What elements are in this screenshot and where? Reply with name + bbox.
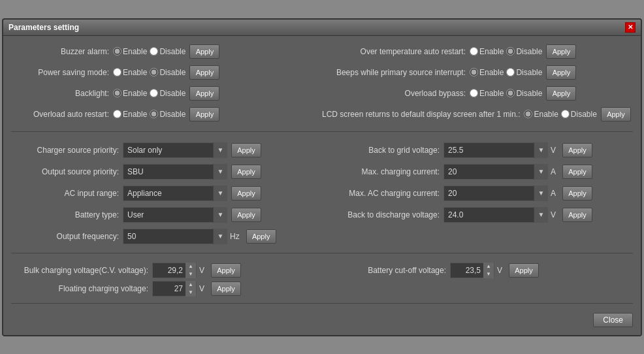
select-output_freq[interactable]: 5060 — [123, 229, 227, 244]
unit-bulk_charging: V — [199, 266, 204, 275]
spinbox-down-bulk_charging[interactable]: ▼ — [185, 270, 196, 278]
apply-btn-max_charge_current[interactable]: Apply — [562, 165, 592, 179]
radio-backlight-enable[interactable] — [113, 89, 121, 97]
top-row-1: Power saving mode:EnableDisableApplyBeep… — [11, 63, 633, 82]
top-row-3: Overload auto restart:EnableDisableApply… — [11, 105, 633, 123]
apply-btn-power_saving[interactable]: Apply — [189, 65, 219, 80]
spinbox-battery_cutoff[interactable] — [451, 266, 483, 275]
close-button[interactable]: Close — [593, 313, 633, 327]
radio-buzzer_alarm-enable[interactable] — [113, 47, 121, 56]
label-beeps_primary: Beeps while primary source interrupt: — [322, 68, 466, 77]
apply-btn-output_freq[interactable]: Apply — [246, 229, 276, 244]
radio-beeps_primary-disable[interactable] — [506, 68, 515, 76]
spinbox-bulk_charging[interactable] — [153, 266, 185, 275]
radio-lcd_default-enable[interactable] — [524, 110, 532, 118]
label-buzzer_alarm: Buzzer alarm: — [11, 47, 109, 56]
radio-overload_restart-enable[interactable] — [113, 110, 121, 118]
radio-group-beeps_primary: EnableDisable — [470, 68, 542, 77]
close-icon-titlebar[interactable]: ✕ — [625, 22, 636, 33]
apply-btn-max_ac_charge[interactable]: Apply — [562, 186, 592, 201]
parameters-window: Parameters setting ✕ Buzzer alarm:Enable… — [2, 18, 642, 336]
bottom-split-row-0: Bulk charging voltage(C.V. voltage):▲▼VA… — [11, 263, 633, 278]
select-ac_input[interactable]: ApplianceUPS — [123, 185, 227, 201]
label-lcd_default: LCD screen returns to default display sc… — [322, 110, 520, 119]
apply-btn-floating_charging[interactable]: Apply — [211, 282, 241, 296]
label-ac_input: AC input range: — [11, 189, 119, 198]
select-max_ac_charge[interactable]: 102030 — [443, 185, 548, 201]
radio-group-buzzer_alarm: EnableDisable — [113, 47, 185, 56]
spinbox-down-battery_cutoff[interactable]: ▼ — [483, 270, 494, 278]
spinbox-up-bulk_charging[interactable]: ▲ — [185, 263, 196, 270]
apply-btn-backlight[interactable]: Apply — [189, 86, 219, 101]
radio-power_saving-disable[interactable] — [150, 68, 158, 76]
apply-btn-overload_bypass[interactable]: Apply — [546, 86, 576, 101]
apply-btn-bulk_charging[interactable]: Apply — [211, 263, 241, 278]
footer: Close — [11, 309, 633, 329]
apply-btn-back_discharge_voltage[interactable]: Apply — [562, 208, 592, 222]
radio-group-backlight: EnableDisable — [113, 89, 185, 98]
unit-back_discharge_voltage: V — [551, 210, 556, 219]
select-charger_source[interactable]: Solar onlySolar + UtilitySolar only (SBU… — [123, 142, 227, 158]
select-max_charge_current[interactable]: 10203040 — [443, 164, 548, 180]
apply-btn-overload_restart[interactable]: Apply — [189, 107, 219, 121]
label-over_temp_restart: Over temperature auto restart: — [322, 47, 466, 56]
mid-row-3: Battery type:UserAGMFlooded▼ApplyBack to… — [11, 206, 633, 224]
unit-max_ac_charge: A — [551, 189, 556, 198]
label-power_saving: Power saving mode: — [11, 68, 109, 77]
label-floating_charging: Floating charging voltage: — [11, 284, 148, 293]
radio-overload_bypass-enable[interactable] — [470, 89, 478, 97]
label-backlight: Backlight: — [11, 89, 109, 98]
apply-btn-buzzer_alarm[interactable]: Apply — [189, 44, 219, 59]
spinbox-down-floating_charging[interactable]: ▼ — [185, 289, 196, 297]
select-output_source[interactable]: SBUSUBUSB — [123, 164, 227, 180]
apply-btn-back_grid_voltage[interactable]: Apply — [562, 143, 592, 157]
title-bar: Parameters setting ✕ — [3, 20, 641, 36]
radio-over_temp_restart-disable[interactable] — [506, 47, 515, 56]
label-max_charge_current: Max. charging current: — [322, 167, 440, 176]
radio-over_temp_restart-enable[interactable] — [470, 47, 478, 56]
radio-beeps_primary-enable[interactable] — [470, 68, 478, 76]
select-back_discharge_voltage[interactable]: 24.024.525.0 — [443, 207, 548, 223]
radio-power_saving-enable[interactable] — [113, 68, 121, 76]
window-title: Parameters setting — [8, 23, 79, 32]
radio-group-lcd_default: EnableDisable — [524, 110, 596, 119]
label-bulk_charging: Bulk charging voltage(C.V. voltage): — [11, 266, 148, 275]
mid-row-0: Charger source priority:Solar onlySolar … — [11, 141, 633, 159]
label-overload_restart: Overload auto restart: — [11, 110, 109, 119]
apply-btn-over_temp_restart[interactable]: Apply — [546, 44, 576, 59]
apply-btn-output_source[interactable]: Apply — [231, 165, 261, 179]
unit-output_freq: Hz — [230, 232, 240, 241]
radio-buzzer_alarm-disable[interactable] — [150, 47, 158, 56]
unit-max_charge_current: A — [551, 167, 556, 176]
label-output_freq: Output frequency: — [11, 232, 119, 241]
label-battery_cutoff: Battery cut-off voltage: — [329, 266, 446, 275]
apply-btn-charger_source[interactable]: Apply — [231, 143, 261, 157]
radio-group-overload_bypass: EnableDisable — [470, 89, 542, 98]
spinbox-up-battery_cutoff[interactable]: ▲ — [483, 263, 494, 270]
apply-btn-battery_cutoff[interactable]: Apply — [509, 263, 539, 278]
select-battery_type[interactable]: UserAGMFlooded — [123, 207, 227, 223]
apply-btn-beeps_primary[interactable]: Apply — [546, 65, 576, 80]
radio-overload_restart-disable[interactable] — [150, 110, 158, 118]
spinbox-up-floating_charging[interactable]: ▲ — [185, 281, 196, 289]
dropdown-section: Charger source priority:Solar onlySolar … — [11, 137, 633, 253]
radio-overload_bypass-disable[interactable] — [506, 89, 515, 97]
radio-group-power_saving: EnableDisable — [113, 68, 185, 77]
apply-btn-battery_type[interactable]: Apply — [231, 208, 261, 222]
label-back_discharge_voltage: Back to discharge voltage: — [322, 210, 440, 219]
top-row-0: Buzzer alarm:EnableDisableApplyOver temp… — [11, 42, 633, 61]
bottom-split-row-1: Floating charging voltage:▲▼VApply — [11, 281, 633, 297]
label-overload_bypass: Overload bypass: — [322, 89, 466, 98]
select-back_grid_voltage[interactable]: 25.526.026.5 — [443, 142, 548, 158]
mid-row-1: Output source priority:SBUSUBUSB▼ApplyMa… — [11, 163, 633, 181]
apply-btn-ac_input[interactable]: Apply — [231, 186, 261, 201]
label-back_grid_voltage: Back to grid voltage: — [322, 146, 440, 155]
label-max_ac_charge: Max. AC charging current: — [322, 189, 440, 198]
mid-row-2: AC input range:ApplianceUPS▼ApplyMax. AC… — [11, 184, 633, 202]
spinbox-section: Bulk charging voltage(C.V. voltage):▲▼VA… — [11, 259, 633, 304]
radio-backlight-disable[interactable] — [150, 89, 158, 97]
radio-lcd_default-disable[interactable] — [561, 110, 570, 118]
apply-btn-lcd_default[interactable]: Apply — [601, 107, 631, 121]
unit-battery_cutoff: V — [497, 266, 502, 275]
spinbox-floating_charging[interactable] — [153, 284, 185, 293]
